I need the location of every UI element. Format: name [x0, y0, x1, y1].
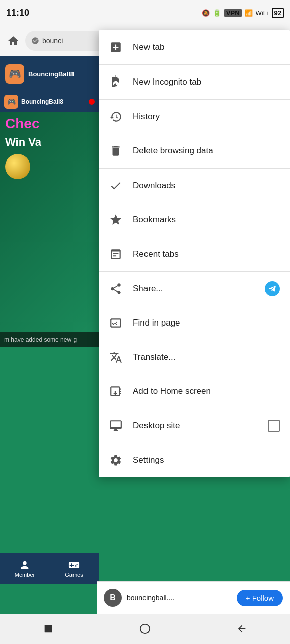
site-logo: 🎮 [5, 64, 24, 84]
bookmarks-label: Bookmarks [133, 215, 280, 225]
incognito-icon [109, 75, 123, 89]
settings-icon [109, 453, 123, 467]
history-label: History [133, 112, 280, 122]
menu-item-settings[interactable]: Settings [99, 443, 290, 477]
nav-games[interactable]: Games [49, 559, 99, 578]
battery-status-icon: 🔋 [213, 9, 221, 17]
win-text: Win Va [0, 136, 99, 149]
url-text: bounci [42, 37, 63, 45]
find-in-page-icon [109, 316, 123, 330]
telegram-action [265, 281, 280, 296]
check-text: Chec [0, 112, 99, 136]
incognito-label: New Incognito tab [133, 77, 280, 87]
signal-icon: 📶 [245, 9, 253, 17]
add-home-label: Add to Home screen [133, 386, 280, 396]
site-header: 🎮 BouncingBall8 [0, 56, 99, 92]
find-in-page-label: Find in page [133, 318, 280, 328]
recent-tabs-icon [109, 247, 123, 261]
menu-item-find-in-page[interactable]: Find in page [99, 306, 290, 340]
desktop-site-checkbox[interactable] [268, 420, 280, 432]
nav-member[interactable]: Member [0, 559, 49, 578]
wifi-icon: WiFi [256, 9, 269, 17]
delete-browsing-label: Delete browsing data [133, 146, 280, 156]
menu-item-incognito[interactable]: New Incognito tab [99, 65, 290, 99]
menu-item-bookmarks[interactable]: Bookmarks [99, 203, 290, 237]
bookmarks-icon [109, 213, 123, 227]
svg-point-1 [140, 624, 150, 633]
member-label: Member [15, 572, 35, 578]
bb-name-small: BouncingBall8 [21, 98, 63, 105]
battery-indicator: 92 [272, 8, 284, 18]
add-home-icon [109, 384, 123, 398]
vpn-badge: VPN [224, 9, 242, 17]
follow-site-name: bouncingball.... [127, 594, 232, 602]
context-menu: New tab New Incognito tab History Delete… [99, 30, 290, 477]
desktop-site-label: Desktop site [133, 421, 258, 431]
bottom-navigation: Member Games [0, 553, 99, 584]
recent-tabs-label: Recent tabs [133, 249, 280, 259]
svg-rect-0 [45, 625, 52, 633]
menu-item-recent-tabs[interactable]: Recent tabs [99, 237, 290, 271]
stop-button[interactable] [38, 619, 58, 639]
notification-mute-icon: 🔕 [202, 9, 210, 17]
telegram-icon [265, 281, 280, 296]
menu-item-translate[interactable]: Translate... [99, 340, 290, 374]
games-label: Games [65, 572, 83, 578]
downloads-label: Downloads [133, 181, 280, 191]
follow-bar: B bouncingball.... + Follow [97, 581, 290, 614]
new-tab-label: New tab [133, 42, 280, 52]
translate-label: Translate... [133, 352, 280, 362]
coin-image [5, 154, 30, 179]
history-icon [109, 110, 123, 124]
desktop-site-icon [109, 419, 123, 433]
settings-label: Settings [133, 455, 280, 465]
share-label: Share... [133, 284, 255, 294]
status-bar: 11:10 🔕 🔋 VPN 📶 WiFi 92 [0, 0, 290, 25]
back-button[interactable] [232, 619, 252, 639]
follow-button[interactable]: + Follow [237, 590, 283, 606]
home-nav-button[interactable] [135, 619, 155, 639]
menu-item-downloads[interactable]: Downloads [99, 169, 290, 203]
game-banner: 🎮 BouncingBall8 Chec Win Va [0, 92, 99, 333]
follow-avatar: B [104, 589, 122, 607]
menu-item-delete-browsing[interactable]: Delete browsing data [99, 134, 290, 168]
menu-item-add-home[interactable]: Add to Home screen [99, 374, 290, 409]
translate-icon [109, 350, 123, 364]
delete-browsing-icon [109, 144, 123, 158]
menu-item-share[interactable]: Share... [99, 272, 290, 306]
game-banner-header: 🎮 BouncingBall8 [0, 92, 99, 112]
menu-item-new-tab[interactable]: New tab [99, 30, 290, 64]
news-bar: m have added some new g [0, 332, 99, 347]
menu-item-history[interactable]: History [99, 100, 290, 134]
news-text: m have added some new g [4, 336, 77, 343]
new-tab-icon [109, 40, 123, 54]
bb-logo-small: 🎮 [4, 95, 18, 109]
menu-item-desktop-site[interactable]: Desktop site [99, 409, 290, 443]
home-button[interactable] [4, 32, 22, 50]
status-icons: 🔕 🔋 VPN 📶 WiFi 92 [202, 8, 284, 18]
site-name: BouncingBall8 [28, 70, 74, 78]
checkbox-action[interactable] [268, 420, 280, 432]
downloads-icon [109, 179, 123, 193]
status-time: 11:10 [6, 8, 29, 18]
system-nav [0, 614, 290, 644]
share-icon [109, 282, 123, 296]
notification-dot [89, 99, 95, 105]
